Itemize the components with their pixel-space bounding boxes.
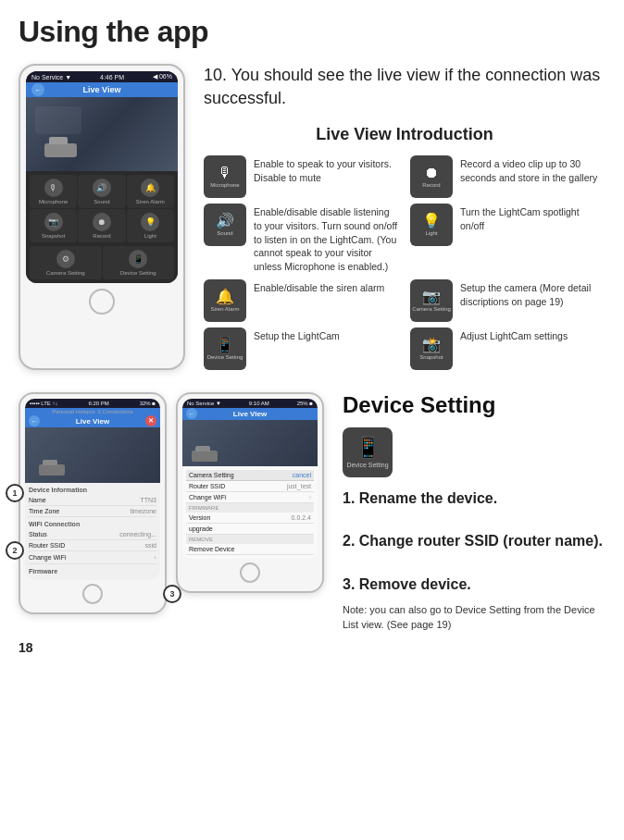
device-setting-note: Note: you can also go to Device Setting … (343, 602, 605, 633)
microphone-box-label: Microphone (210, 182, 239, 188)
device-setting-title: Device Setting (343, 392, 605, 418)
feature-sound: 🔊 Sound Enable/disable disable listening… (204, 204, 399, 273)
light-sym: 💡 (422, 214, 441, 229)
ps2-right: 25% ■ (297, 401, 313, 406)
camera-setting-desc: Setup the camera (More detail discriptio… (460, 279, 605, 308)
snapshot-btn[interactable]: 📷 Snapshot (30, 209, 77, 242)
live-view-title: Live View Introduction (204, 125, 605, 144)
back-button[interactable]: ← (31, 83, 44, 96)
ps2-back-btn[interactable]: ← (186, 408, 197, 419)
camera-setting-btn[interactable]: ⚙ Camera Setting (30, 246, 102, 279)
device-setting-icon-box: 📱 Device Setting (343, 427, 393, 477)
device-setting-desc: Setup the LightCam (254, 327, 340, 343)
phone-right-wrapper: 3 No Service ▼ 9:10 AM 25% ■ ← Live View (176, 392, 324, 633)
snapshot-icon: 📷 (44, 213, 63, 231)
siren-feature-icon-box: 🔔 Siren Alarm (204, 279, 246, 322)
microphone-btn[interactable]: 🎙 Microphone (30, 175, 77, 208)
phone-left-status-bar: ▪▪▪▪▪ LTE ↑↓ 6:20 PM 32% ■ (25, 399, 160, 408)
phone-home-bar (26, 283, 178, 320)
ps-router-ssid-value: ssid (145, 542, 156, 549)
feature-siren: 🔔 Siren Alarm Enable/disable the siren a… (204, 279, 399, 322)
light-desc: Turn the LightCam spotlight on/off (460, 204, 605, 232)
ps-left-left: ▪▪▪▪▪ LTE ↑↓ (30, 401, 58, 406)
ps2-version-value: 0.0.2.4 (292, 514, 311, 521)
sound-feature-icon-box: 🔊 Sound (204, 204, 246, 246)
ps2-row-remove-device[interactable]: Remove Device (186, 544, 314, 555)
ps-status-value: connecting... (119, 531, 156, 537)
feature-camera-setting: 📷 Camera Setting Setup the camera (More … (410, 279, 605, 322)
phone-right-header: ← Live View (182, 408, 318, 420)
sound-box-label: Sound (217, 230, 232, 236)
camera-view (26, 97, 178, 171)
microphone-desc: Enable to speak to your visitors. Disabl… (254, 155, 399, 184)
ps-close-btn[interactable]: ✕ (145, 415, 156, 426)
device-setting-box-label: Device Setting (207, 354, 243, 360)
light-btn[interactable]: 💡 Light (127, 209, 174, 242)
ps-sub-status: Personal Hotspot: 3 Connections (25, 408, 160, 415)
phone-main-screen: No Service ▼ 4:46 PM ◀ 06% ← Live View 🎙… (26, 71, 178, 283)
phone-right-content: Camera Setting cancel Router SSID just_t… (182, 466, 318, 559)
ps2-remove-header: REMOVE (186, 535, 314, 544)
ps2-change-wifi-arrow: › (309, 494, 311, 500)
feature-microphone: 🎙 Microphone Enable to speak to your vis… (204, 155, 399, 198)
siren-alarm-btn[interactable]: 🔔 Siren Alarm (127, 175, 174, 208)
ps2-upgrade-label: upgrade (189, 525, 213, 532)
phone-right-home-button[interactable] (240, 562, 260, 583)
device-setting-sym: 📱 (216, 338, 234, 352)
record-desc: Record a video clip up to 30 seconds and… (460, 155, 605, 184)
device-setting-icon: 📱 (129, 250, 147, 268)
home-button[interactable] (89, 289, 115, 315)
light-box-label: Light (425, 230, 437, 236)
phone-left-content: Device Information Name TTN3 Time Zone t… (25, 483, 160, 580)
phone-main-mockup: No Service ▼ 4:46 PM ◀ 06% ← Live View 🎙… (19, 64, 185, 370)
ps-back-btn[interactable]: ← (29, 415, 40, 426)
status-center: 4:46 PM (100, 74, 124, 80)
record-label: Record (93, 233, 110, 239)
ps2-header-label: Live View (233, 410, 267, 418)
badge-3: 3 (163, 585, 181, 603)
ps2-left: No Service ▼ (187, 401, 221, 406)
ps-row-change-wifi[interactable]: Change WiFi › (29, 551, 156, 564)
siren-box-label: Siren Alarm (210, 306, 239, 312)
phone-status-bar: No Service ▼ 4:46 PM ◀ 06% (26, 71, 178, 82)
device-setting-panel-icon: 📱 (356, 436, 381, 460)
device-setting-feature-icon-box: 📱 Device Setting (204, 327, 246, 370)
features-grid: 🎙 Microphone Enable to speak to your vis… (204, 155, 605, 369)
siren-alarm-icon: 🔔 (141, 179, 159, 197)
ps-change-wifi-arrow: › (154, 553, 156, 562)
ps2-firmware-header: FIRMWARE (186, 503, 314, 513)
phone-left-wrapper: 1 2 ▪▪▪▪▪ LTE ↑↓ 6:20 PM 32% ■ Personal … (19, 392, 167, 633)
ps2-center: 9:10 AM (249, 401, 269, 406)
ps2-router-ssid-value: just_test (287, 483, 311, 489)
siren-sym: 🔔 (216, 290, 234, 304)
record-btn[interactable]: ⏺ Record (78, 209, 125, 242)
bottom-section: 1 2 ▪▪▪▪▪ LTE ↑↓ 6:20 PM 32% ■ Personal … (19, 392, 605, 633)
ps2-change-wifi-label: Change WiFi (189, 494, 226, 500)
phone-bottom-controls: ⚙ Camera Setting 📱 Device Setting (26, 246, 178, 283)
live-view-label: Live View (83, 85, 121, 94)
phone-left-home-button[interactable] (82, 584, 103, 604)
device-setting-btn[interactable]: 📱 Device Setting (103, 246, 175, 279)
feature-snapshot: 📸 Snapshot Adjust LightCam settings (410, 327, 605, 370)
phone-right-mockup: No Service ▼ 9:10 AM 25% ■ ← Live View (176, 392, 324, 593)
intro-text: 10. You should see the live view if the … (204, 64, 605, 110)
ps2-version-label: Version (189, 514, 210, 521)
ps2-row-upgrade[interactable]: upgrade (186, 524, 314, 535)
camera-setting-feature-icon-box: 📷 Camera Setting (410, 279, 453, 322)
sound-btn[interactable]: 🔊 Sound (78, 175, 125, 208)
ps2-remove-device-label: Remove Device (189, 546, 234, 552)
ps-timezone-label: Time Zone (29, 508, 59, 514)
phone-right-screen: No Service ▼ 9:10 AM 25% ■ ← Live View (182, 399, 318, 559)
device-setting-label: Device Setting (120, 270, 156, 276)
ds-step-3: 3. Remove device. (343, 574, 605, 595)
phone-left-home-bar (25, 580, 160, 608)
light-feature-icon-box: 💡 Light (410, 204, 453, 246)
siren-alarm-label: Siren Alarm (136, 199, 165, 204)
phone-left-screen: ▪▪▪▪▪ LTE ↑↓ 6:20 PM 32% ■ Personal Hots… (25, 399, 160, 580)
cancel-button[interactable]: cancel (293, 472, 311, 478)
ps-status-label: Status (29, 531, 47, 537)
record-box-label: Record (422, 182, 440, 188)
ps-row-name: Name TTN3 (29, 495, 156, 506)
ps2-row-change-wifi[interactable]: Change WiFi › (186, 492, 314, 503)
record-feature-icon-box: ⏺ Record (410, 155, 453, 198)
